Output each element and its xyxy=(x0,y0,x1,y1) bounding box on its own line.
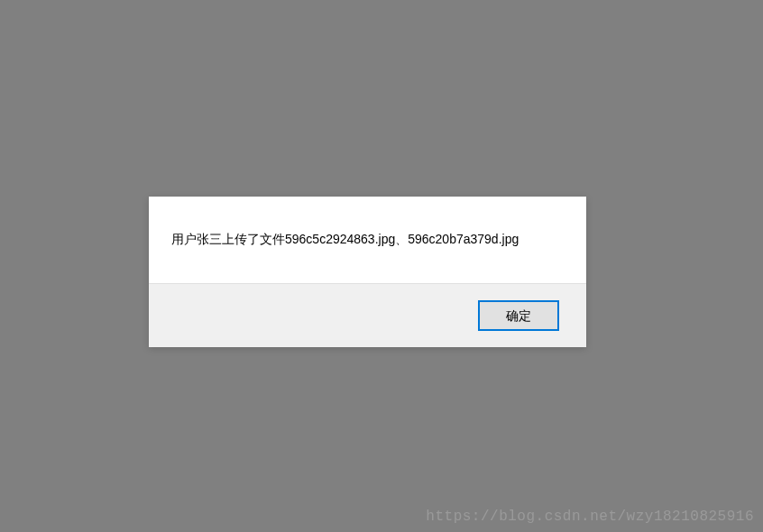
watermark-text: https://blog.csdn.net/wzy18210825916 xyxy=(426,509,754,525)
dialog-footer: 确定 xyxy=(149,283,586,347)
dialog-message: 用户张三上传了文件596c5c2924863.jpg、596c20b7a379d… xyxy=(171,231,564,249)
dialog-body: 用户张三上传了文件596c5c2924863.jpg、596c20b7a379d… xyxy=(149,197,586,283)
alert-dialog: 用户张三上传了文件596c5c2924863.jpg、596c20b7a379d… xyxy=(149,197,586,347)
ok-button[interactable]: 确定 xyxy=(478,300,559,331)
